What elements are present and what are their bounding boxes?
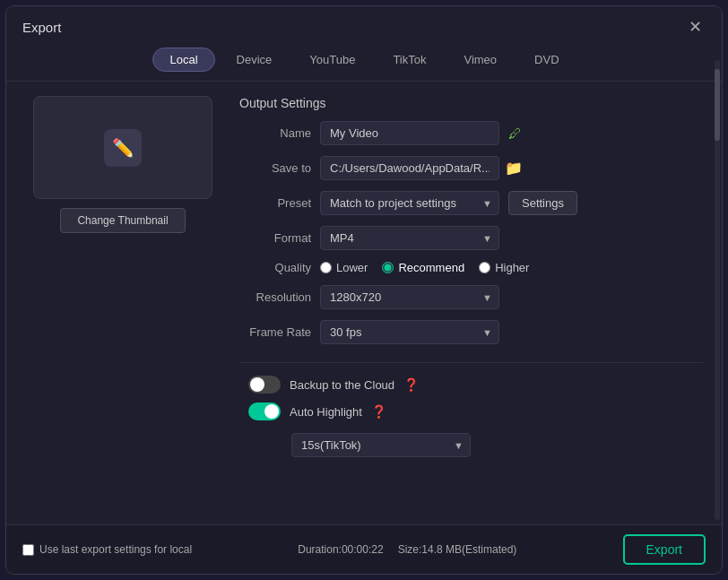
tab-vimeo[interactable]: Vimeo [447, 48, 513, 72]
backup-toggle[interactable] [248, 376, 281, 394]
name-input[interactable] [320, 121, 499, 145]
backup-toggle-knob [250, 377, 264, 392]
footer-left: Use last export settings for local [22, 543, 192, 556]
folder-icon[interactable]: 📁 [505, 160, 523, 177]
thumbnail-icon: ✏️ [104, 129, 142, 167]
save-to-label: Save to [239, 161, 311, 175]
settings-button[interactable]: Settings [508, 191, 577, 215]
change-thumbnail-button[interactable]: Change Thumbnail [60, 208, 185, 233]
quality-label: Quality [239, 261, 311, 274]
name-label: Name [239, 126, 311, 140]
auto-highlight-toggle[interactable] [248, 403, 281, 420]
frame-rate-select[interactable]: 30 fps [320, 320, 499, 344]
tab-youtube[interactable]: YouTube [293, 48, 371, 72]
tab-tiktok[interactable]: TikTok [377, 48, 442, 72]
highlight-duration-select[interactable]: 15s(TikTok) [291, 433, 471, 457]
footer: Use last export settings for local Durat… [6, 524, 722, 574]
resolution-label: Resolution [239, 290, 311, 304]
format-select[interactable]: MP4 [320, 226, 499, 250]
quality-recommend-radio[interactable] [382, 262, 394, 273]
quality-options: Lower Recommend Higher [320, 261, 529, 274]
quality-row: Quality Lower Recommend Higher [239, 261, 704, 274]
resolution-select[interactable]: 1280x720 [320, 285, 499, 309]
preset-label: Preset [239, 196, 311, 210]
footer-center: Duration:00:00:22 Size:14.8 MB(Estimated… [298, 543, 516, 556]
backup-label: Backup to the Cloud [290, 378, 394, 392]
format-select-wrapper: MP4 ▼ [320, 226, 499, 250]
frame-rate-row: Frame Rate 30 fps ▼ [239, 320, 704, 344]
last-export-checkbox[interactable] [22, 544, 34, 556]
preset-select[interactable]: Match to project settings [320, 191, 499, 215]
frame-rate-label: Frame Rate [239, 325, 311, 339]
path-row: 📁 [320, 156, 523, 180]
preset-select-wrapper: Match to project settings ▼ [320, 191, 499, 215]
resolution-select-wrapper: 1280x720 ▼ [320, 285, 499, 309]
title-bar: Export ✕ [6, 6, 722, 44]
right-panel: Output Settings Name 🖊 Save to 📁 Preset [239, 96, 704, 510]
quality-lower-label: Lower [336, 261, 368, 274]
format-label: Format [239, 231, 311, 245]
quality-higher[interactable]: Higher [479, 261, 529, 274]
close-button[interactable]: ✕ [685, 17, 706, 37]
duration-info: Duration:00:00:22 [298, 543, 383, 556]
path-input[interactable] [320, 156, 499, 180]
frame-rate-select-wrapper: 30 fps ▼ [320, 320, 499, 344]
tab-local[interactable]: Local [152, 48, 214, 72]
scrollbar-track[interactable] [715, 82, 720, 520]
highlight-duration-wrapper: 15s(TikTok) ▼ [291, 433, 704, 457]
quality-lower-radio[interactable] [320, 262, 332, 273]
auto-highlight-label: Auto Highlight [290, 405, 362, 419]
tab-dvd[interactable]: DVD [518, 48, 575, 72]
export-button[interactable]: Export [623, 534, 706, 565]
main-content: ✏️ Change Thumbnail Output Settings Name… [6, 82, 722, 524]
quality-higher-label: Higher [495, 261, 529, 274]
scrollbar-thumb[interactable] [715, 82, 720, 141]
quality-lower[interactable]: Lower [320, 261, 368, 274]
backup-row: Backup to the Cloud ❓ [239, 376, 704, 394]
section-title: Output Settings [239, 96, 704, 110]
quality-recommend-label: Recommend [398, 261, 464, 274]
quality-recommend[interactable]: Recommend [382, 261, 464, 274]
divider [239, 362, 704, 363]
size-info: Size:14.8 MB(Estimated) [398, 543, 517, 556]
resolution-row: Resolution 1280x720 ▼ [239, 285, 704, 309]
left-panel: ✏️ Change Thumbnail [24, 96, 221, 510]
backup-help-icon[interactable]: ❓ [403, 377, 419, 392]
auto-highlight-help-icon[interactable]: ❓ [371, 404, 386, 419]
last-export-label: Use last export settings for local [39, 543, 192, 556]
name-row: Name 🖊 [239, 121, 704, 145]
dialog-title: Export [22, 20, 61, 35]
tab-device[interactable]: Device [221, 48, 289, 72]
last-export-checkbox-label[interactable]: Use last export settings for local [22, 543, 192, 556]
auto-highlight-toggle-knob [264, 404, 279, 419]
auto-highlight-row: Auto Highlight ❓ [239, 403, 704, 420]
ai-icon[interactable]: 🖊 [508, 126, 522, 141]
tab-bar: Local Device YouTube TikTok Vimeo DVD [6, 44, 722, 82]
save-to-row: Save to 📁 [239, 156, 704, 180]
export-dialog: Export ✕ Local Device YouTube TikTok Vim… [5, 5, 723, 575]
quality-higher-radio[interactable] [479, 262, 490, 273]
highlight-duration-select-wrapper: 15s(TikTok) ▼ [291, 433, 471, 457]
format-row: Format MP4 ▼ [239, 226, 704, 250]
preset-row: Preset Match to project settings ▼ Setti… [239, 191, 704, 215]
thumbnail-preview: ✏️ [33, 96, 212, 199]
